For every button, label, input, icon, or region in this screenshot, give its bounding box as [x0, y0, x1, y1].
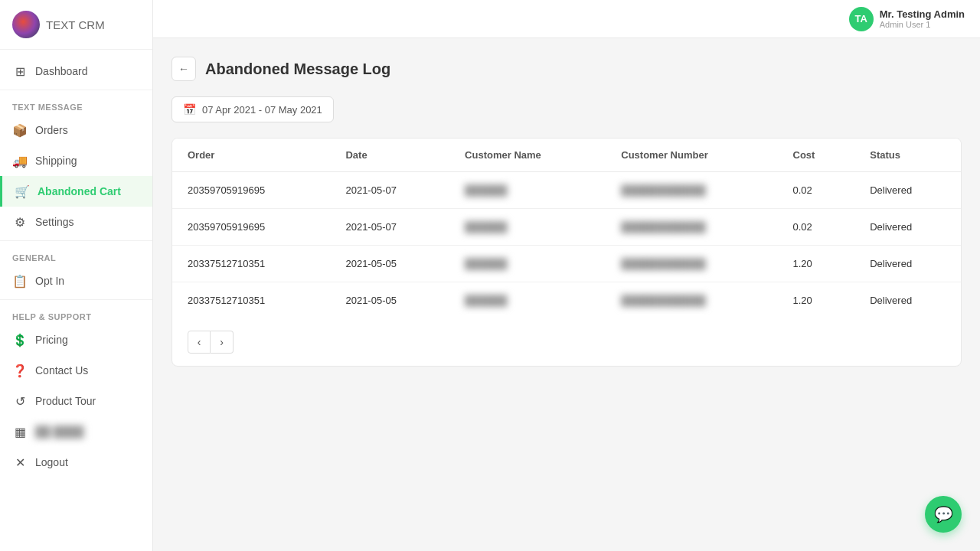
sidebar-item-abandoned-cart[interactable]: 🛒 Abandoned Cart	[0, 176, 152, 207]
cell-customer-number: ████████████	[606, 246, 777, 282]
blurred-icon: ▦	[12, 424, 28, 439]
chevron-left-icon: ‹	[198, 336, 201, 348]
shipping-icon: 🚚	[12, 153, 28, 168]
cell-status: Delivered	[854, 246, 961, 282]
page-header: ← Abandoned Message Log	[172, 57, 962, 81]
cell-status: Delivered	[854, 282, 961, 319]
cell-date: 2021-05-07	[330, 209, 449, 246]
cell-status: Delivered	[854, 209, 961, 246]
cell-customer-number: ████████████	[606, 282, 777, 319]
column-header-cost: Cost	[778, 139, 855, 172]
user-details: Mr. Testing Admin Admin User 1	[880, 8, 965, 29]
cell-customer-name: ██████	[449, 209, 606, 246]
pagination-next-button[interactable]: ›	[211, 331, 234, 354]
sidebar-item-product-tour[interactable]: ↺ Product Tour	[0, 386, 152, 416]
sidebar-item-orders[interactable]: 📦 Orders	[0, 115, 152, 145]
column-header-date: Date	[330, 139, 449, 172]
contact-us-icon: ❓	[12, 363, 28, 378]
chevron-right-icon: ›	[220, 336, 224, 348]
settings-icon: ⚙	[12, 214, 28, 230]
sidebar-item-logout[interactable]: ✕ Logout	[0, 447, 152, 478]
opt-in-icon: 📋	[12, 273, 28, 289]
chat-icon: 💬	[934, 505, 953, 523]
sidebar-item-logout-label: Logout	[35, 456, 68, 468]
abandoned-cart-icon: 🛒	[15, 184, 30, 199]
divider-2	[0, 240, 152, 241]
cell-customer-number: ████████████	[606, 172, 777, 209]
logo-text: TEXT CRM	[46, 18, 105, 31]
sidebar-item-contact-us[interactable]: ❓ Contact Us	[0, 355, 152, 386]
column-header-order: Order	[172, 139, 330, 172]
cell-cost: 1.20	[778, 246, 855, 282]
sidebar-item-shipping-label: Shipping	[35, 155, 77, 167]
cell-date: 2021-05-05	[330, 246, 449, 282]
sidebar-item-settings-label: Settings	[35, 216, 74, 228]
table-row: 20359705919695 2021-05-07 ██████ ███████…	[172, 209, 961, 246]
column-header-customer-number: Customer Number	[606, 139, 777, 172]
sidebar: TEXT CRM ⊞ Dashboard TEXT MESSAGE 📦 Orde…	[0, 0, 153, 551]
cell-cost: 0.02	[778, 209, 855, 246]
logout-icon: ✕	[12, 455, 28, 470]
cell-order: 20337512710351	[172, 246, 330, 282]
table-row: 20337512710351 2021-05-05 ██████ ███████…	[172, 246, 961, 282]
cell-cost: 0.02	[778, 172, 855, 209]
pagination-prev-button[interactable]: ‹	[188, 331, 211, 354]
table-row: 20337512710351 2021-05-05 ██████ ███████…	[172, 282, 961, 319]
sidebar-item-pricing[interactable]: 💲 Pricing	[0, 324, 152, 355]
orders-icon: 📦	[12, 122, 28, 138]
divider-3	[0, 299, 152, 300]
back-button[interactable]: ←	[172, 57, 196, 81]
cell-order: 20337512710351	[172, 282, 330, 319]
back-arrow-icon: ←	[178, 63, 189, 75]
main-content: TA Mr. Testing Admin Admin User 1 ← Aban…	[153, 0, 980, 551]
cell-customer-number: ████████████	[606, 209, 777, 246]
sidebar-item-dashboard[interactable]: ⊞ Dashboard	[0, 56, 152, 86]
sidebar-item-settings[interactable]: ⚙ Settings	[0, 207, 152, 237]
table-body: 20359705919695 2021-05-07 ██████ ███████…	[172, 172, 961, 319]
sidebar-item-abandoned-cart-label: Abandoned Cart	[38, 185, 121, 197]
app-highlight-text: CRM	[79, 18, 105, 31]
message-log-table: Order Date Customer Name Customer Number…	[172, 139, 961, 318]
product-tour-icon: ↺	[12, 393, 28, 409]
section-label-general: GENERAL	[0, 244, 152, 266]
cell-status: Delivered	[854, 172, 961, 209]
sidebar-navigation: ⊞ Dashboard TEXT MESSAGE 📦 Orders 🚚 Ship…	[0, 50, 152, 551]
date-range-label: 07 Apr 2021 - 07 May 2021	[202, 104, 322, 116]
sidebar-item-opt-in[interactable]: 📋 Opt In	[0, 266, 152, 296]
pagination: ‹ ›	[172, 318, 961, 366]
date-filter-button[interactable]: 📅 07 Apr 2021 - 07 May 2021	[172, 96, 334, 122]
sidebar-item-opt-in-label: Opt In	[35, 275, 64, 287]
user-role: Admin User 1	[880, 20, 965, 29]
cell-customer-name: ██████	[449, 246, 606, 282]
sidebar-item-blurred-label: ██ ████	[35, 425, 83, 438]
logo[interactable]: TEXT CRM	[0, 0, 152, 50]
user-name: Mr. Testing Admin	[880, 8, 965, 20]
avatar: TA	[849, 7, 874, 31]
page-content: ← Abandoned Message Log 📅 07 Apr 2021 - …	[153, 38, 980, 551]
dashboard-icon: ⊞	[12, 64, 28, 79]
sidebar-item-blurred[interactable]: ▦ ██ ████	[0, 416, 152, 447]
cell-date: 2021-05-07	[330, 172, 449, 209]
sidebar-item-orders-label: Orders	[35, 124, 68, 136]
app-name-text: TEXT	[46, 18, 75, 31]
divider-1	[0, 90, 152, 90]
avatar-initials: TA	[855, 13, 867, 24]
topbar: TA Mr. Testing Admin Admin User 1	[153, 0, 980, 38]
column-header-status: Status	[854, 139, 961, 172]
cell-customer-name: ██████	[449, 282, 606, 319]
cell-order: 20359705919695	[172, 209, 330, 246]
cell-date: 2021-05-05	[330, 282, 449, 319]
cell-customer-name: ██████	[449, 172, 606, 209]
cell-order: 20359705919695	[172, 172, 330, 209]
chat-fab-button[interactable]: 💬	[925, 496, 962, 533]
column-header-customer-name: Customer Name	[449, 139, 606, 172]
user-info: TA Mr. Testing Admin Admin User 1	[849, 7, 965, 31]
cell-cost: 1.20	[778, 282, 855, 319]
sidebar-item-product-tour-label: Product Tour	[35, 395, 96, 407]
table-header-row: Order Date Customer Name Customer Number…	[172, 139, 961, 172]
page-title: Abandoned Message Log	[205, 60, 390, 78]
sidebar-item-shipping[interactable]: 🚚 Shipping	[0, 145, 152, 176]
pricing-icon: 💲	[12, 332, 28, 347]
message-log-table-container: Order Date Customer Name Customer Number…	[172, 138, 962, 367]
sidebar-item-dashboard-label: Dashboard	[35, 65, 88, 77]
